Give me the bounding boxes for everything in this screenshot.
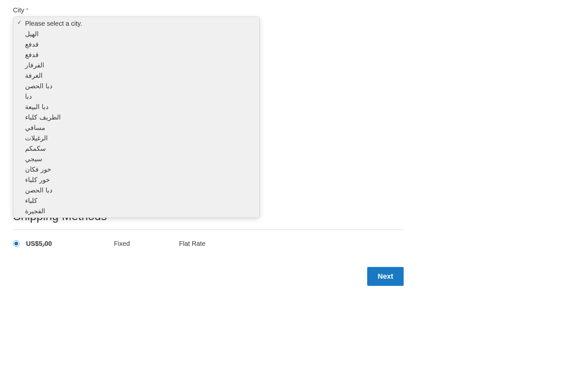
city-dropdown[interactable]: Please select a city. الهيل قدفع قدفع ال…	[13, 17, 260, 218]
shipping-price: US$5٫00	[26, 240, 107, 247]
shipping-name: Flat Rate	[179, 240, 228, 247]
city-option[interactable]: سيجي	[13, 154, 259, 164]
city-option[interactable]: الرغيلات	[13, 133, 259, 143]
city-option[interactable]: قدفع	[13, 39, 259, 49]
city-option[interactable]: دبا الحصن	[13, 185, 259, 195]
city-option[interactable]: قدفع	[13, 49, 259, 60]
city-option[interactable]: دبا البيعة	[13, 102, 259, 112]
city-label: City *	[13, 7, 556, 14]
city-option[interactable]: الهيل	[13, 29, 259, 39]
city-option[interactable]: كلباء	[13, 195, 259, 206]
city-option[interactable]: الفرفار	[13, 60, 259, 70]
city-option[interactable]: الطريف كلباء	[13, 112, 259, 122]
city-option[interactable]: الغرفة	[13, 70, 259, 81]
city-option[interactable]: خور كلباء	[13, 175, 259, 185]
shipping-method-radio[interactable]	[13, 240, 20, 247]
shipping-divider	[13, 230, 404, 230]
next-button[interactable]: Next	[367, 267, 404, 286]
next-button-container: Next	[13, 267, 404, 286]
city-option[interactable]: الفجيرة	[13, 206, 259, 216]
city-option[interactable]: دبا الحصن	[13, 81, 259, 91]
city-option[interactable]: مسافي	[13, 122, 259, 133]
shipping-method-row: US$5٫00 Fixed Flat Rate	[13, 240, 404, 247]
city-option[interactable]: خور فكان	[13, 164, 259, 175]
city-option[interactable]: دبا	[13, 91, 259, 102]
city-label-text: City	[13, 7, 24, 14]
required-asterisk: *	[26, 7, 28, 13]
city-option[interactable]: سكمكم	[13, 143, 259, 154]
shipping-type: Fixed	[114, 240, 173, 247]
city-option-placeholder[interactable]: Please select a city.	[13, 18, 259, 29]
